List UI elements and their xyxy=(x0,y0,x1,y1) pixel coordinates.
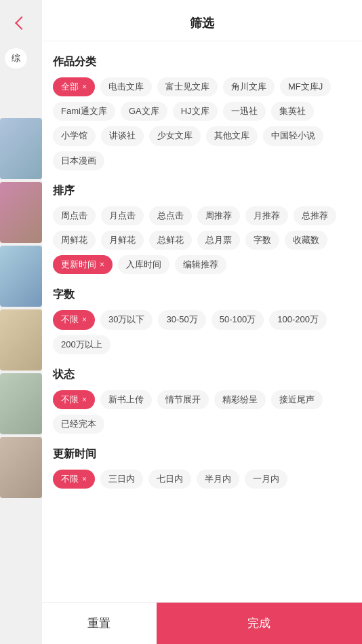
confirm-button[interactable]: 完成 xyxy=(157,603,362,644)
tag-close-icon-sort-12: × xyxy=(100,261,104,269)
tag-label-category-14: 中国轻小说 xyxy=(271,130,315,140)
tag-sort-11[interactable]: 收藏数 xyxy=(285,231,327,250)
tag-sort-8[interactable]: 总鲜花 xyxy=(149,231,192,250)
tag-category-5[interactable]: Fami通文库 xyxy=(53,102,115,121)
tag-label-sort-12: 更新时间 xyxy=(61,259,96,271)
section-title-status: 状态 xyxy=(53,368,351,382)
tags-row-update_time: 不限×三日内七日内半月内一月内 xyxy=(53,470,351,489)
tag-close-icon-category-0: × xyxy=(82,83,87,91)
tag-label-update_time-2: 七日内 xyxy=(157,474,183,484)
tag-label-wordcount-4: 100-200万 xyxy=(277,314,319,324)
tag-category-15[interactable]: 日本漫画 xyxy=(53,151,104,170)
tag-wordcount-4[interactable]: 100-200万 xyxy=(269,310,327,329)
tag-label-sort-4: 月推荐 xyxy=(254,210,280,221)
bottom-bar: 重置 完成 xyxy=(42,602,362,644)
tag-sort-5[interactable]: 总推荐 xyxy=(294,206,336,225)
tag-category-13[interactable]: 其他文库 xyxy=(206,126,258,145)
page-wrapper: 综 筛选 作品分类全部×电击文库富士见文库角川文库MF文库JFami通文库GA文… xyxy=(0,0,362,644)
tag-category-7[interactable]: HJ文库 xyxy=(173,102,218,121)
tags-row-status: 不限×新书上传情节展开精彩纷呈接近尾声已经完本 xyxy=(53,390,351,434)
tags-row-category: 全部×电击文库富士见文库角川文库MF文库JFami通文库GA文库HJ文库一迅社集… xyxy=(53,77,351,170)
tag-label-sort-1: 月点击 xyxy=(109,210,136,221)
tag-category-12[interactable]: 少女文库 xyxy=(149,126,201,145)
tag-category-11[interactable]: 讲谈社 xyxy=(101,126,144,145)
tag-label-status-2: 情节展开 xyxy=(165,394,201,404)
section-status: 状态不限×新书上传情节展开精彩纷呈接近尾声已经完本 xyxy=(53,368,351,434)
tag-label-sort-0: 周点击 xyxy=(61,210,87,221)
tags-row-wordcount: 不限×30万以下30-50万50-100万100-200万200万以上 xyxy=(53,310,351,354)
tag-label-category-4: MF文库J xyxy=(288,81,323,92)
tag-sort-6[interactable]: 周鲜花 xyxy=(53,231,96,250)
tag-sort-3[interactable]: 周推荐 xyxy=(197,206,240,225)
tags-row-sort: 周点击月点击总点击周推荐月推荐总推荐周鲜花月鲜花总鲜花总月票字数收藏数更新时间×… xyxy=(53,206,351,275)
tag-label-sort-7: 月鲜花 xyxy=(109,235,136,245)
tag-sort-10[interactable]: 字数 xyxy=(245,231,279,250)
tag-sort-4[interactable]: 月推荐 xyxy=(245,206,288,225)
tag-wordcount-2[interactable]: 30-50万 xyxy=(158,310,205,329)
tag-update_time-3[interactable]: 半月内 xyxy=(197,470,239,489)
tag-wordcount-0[interactable]: 不限× xyxy=(53,310,95,329)
tag-label-category-1: 电击文库 xyxy=(108,81,144,92)
tag-status-0[interactable]: 不限× xyxy=(53,390,95,409)
tag-sort-7[interactable]: 月鲜花 xyxy=(101,231,144,250)
tag-label-category-9: 集英社 xyxy=(279,106,306,116)
book-cover-1 xyxy=(0,118,42,179)
tag-status-5[interactable]: 已经完本 xyxy=(53,415,104,434)
section-title-sort: 排序 xyxy=(53,184,351,198)
section-update_time: 更新时间不限×三日内七日内半月内一月内 xyxy=(53,447,351,489)
tag-status-3[interactable]: 精彩纷呈 xyxy=(214,390,266,409)
tag-update_time-4[interactable]: 一月内 xyxy=(245,470,287,489)
tag-category-4[interactable]: MF文库J xyxy=(280,77,331,96)
tag-label-sort-3: 周推荐 xyxy=(205,210,232,221)
tag-label-wordcount-0: 不限 xyxy=(61,314,79,326)
tag-label-status-5: 已经完本 xyxy=(61,419,96,429)
tag-label-update_time-0: 不限 xyxy=(61,473,79,485)
tag-label-update_time-4: 一月内 xyxy=(253,474,279,484)
section-sort: 排序周点击月点击总点击周推荐月推荐总推荐周鲜花月鲜花总鲜花总月票字数收藏数更新时… xyxy=(53,184,351,275)
tag-sort-2[interactable]: 总点击 xyxy=(149,206,192,225)
tag-label-update_time-3: 半月内 xyxy=(205,474,231,484)
tag-sort-14[interactable]: 编辑推荐 xyxy=(175,255,226,274)
tag-label-sort-11: 收藏数 xyxy=(293,235,319,245)
tag-label-category-13: 其他文库 xyxy=(214,130,249,140)
tag-sort-9[interactable]: 总月票 xyxy=(197,231,240,250)
back-button[interactable] xyxy=(12,14,31,33)
tag-sort-12[interactable]: 更新时间× xyxy=(53,255,113,274)
tag-wordcount-1[interactable]: 30万以下 xyxy=(100,310,153,329)
tag-label-status-1: 新书上传 xyxy=(108,394,144,404)
section-category: 作品分类全部×电击文库富士见文库角川文库MF文库JFami通文库GA文库HJ文库… xyxy=(53,55,351,170)
section-title-update_time: 更新时间 xyxy=(53,447,351,461)
tag-label-wordcount-1: 30万以下 xyxy=(108,314,144,324)
tag-wordcount-3[interactable]: 50-100万 xyxy=(212,310,264,329)
tag-category-8[interactable]: 一迅社 xyxy=(223,102,266,121)
tag-status-1[interactable]: 新书上传 xyxy=(100,390,152,409)
tag-label-wordcount-3: 50-100万 xyxy=(220,314,256,324)
tag-category-9[interactable]: 集英社 xyxy=(271,102,314,121)
tag-status-4[interactable]: 接近尾声 xyxy=(271,390,323,409)
tag-wordcount-5[interactable]: 200万以上 xyxy=(53,335,110,354)
tag-update_time-0[interactable]: 不限× xyxy=(53,470,95,489)
tag-category-0[interactable]: 全部× xyxy=(53,77,95,96)
back-arrow-icon xyxy=(15,16,28,30)
tag-close-icon-status-0: × xyxy=(82,396,87,404)
tag-category-1[interactable]: 电击文库 xyxy=(100,77,152,96)
reset-button[interactable]: 重置 xyxy=(42,603,157,644)
tag-status-2[interactable]: 情节展开 xyxy=(157,390,209,409)
tag-update_time-2[interactable]: 七日内 xyxy=(148,470,191,489)
tag-category-6[interactable]: GA文库 xyxy=(121,102,167,121)
tag-category-3[interactable]: 角川文库 xyxy=(223,77,275,96)
tag-category-14[interactable]: 中国轻小说 xyxy=(263,126,323,145)
tag-category-10[interactable]: 小学馆 xyxy=(53,126,96,145)
tag-label-status-3: 精彩纷呈 xyxy=(222,394,258,404)
tag-update_time-1[interactable]: 三日内 xyxy=(100,470,143,489)
tag-label-sort-10: 字数 xyxy=(254,235,271,245)
tag-sort-13[interactable]: 入库时间 xyxy=(118,255,169,274)
tag-sort-0[interactable]: 周点击 xyxy=(53,206,96,225)
sidebar-tab[interactable]: 综 xyxy=(4,48,28,69)
tag-category-2[interactable]: 富士见文库 xyxy=(157,77,218,96)
tag-label-sort-6: 周鲜花 xyxy=(61,235,87,245)
tag-close-icon-wordcount-0: × xyxy=(82,316,87,324)
book-cover-6 xyxy=(0,437,42,498)
tag-label-category-11: 讲谈社 xyxy=(109,130,136,140)
tag-sort-1[interactable]: 月点击 xyxy=(101,206,144,225)
